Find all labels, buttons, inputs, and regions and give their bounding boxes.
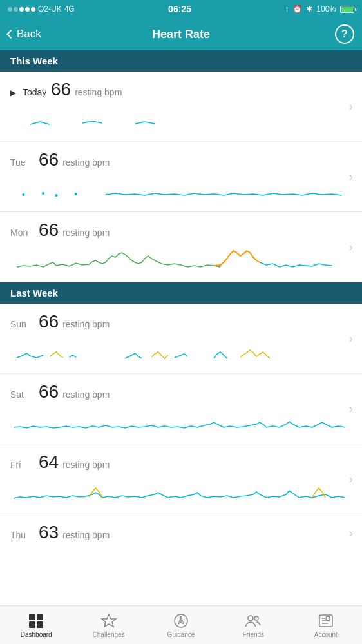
dot3 xyxy=(19,7,24,12)
dot2 xyxy=(14,7,18,12)
section-this-week-label: This Week xyxy=(10,55,58,66)
bpm-label-sat: resting bpm xyxy=(62,389,110,400)
section-header-last-week: Last Week xyxy=(0,282,362,304)
status-bar: O2-UK 4G 06:25 ↑ ⏰ ✱ 100% xyxy=(0,0,362,18)
section-last-week-label: Last Week xyxy=(10,288,58,298)
alarm-icon: ⏰ xyxy=(292,5,302,14)
svg-point-12 xyxy=(248,616,253,621)
day-info-tue: Tue 66 resting bpm xyxy=(10,150,352,170)
friends-icon xyxy=(245,612,262,629)
location-icon: ↑ xyxy=(285,5,289,14)
bpm-label-today: resting bpm xyxy=(75,87,122,97)
day-label-fri: Fri xyxy=(10,460,35,470)
bpm-label-thu: resting bpm xyxy=(62,530,110,540)
day-label-sat: Sat xyxy=(10,389,35,400)
back-chevron-icon xyxy=(6,30,15,39)
network-label: 4G xyxy=(64,5,75,14)
tab-bar: Dashboard Challenges Guidance xyxy=(0,605,362,644)
day-row-mon[interactable]: Mon 66 resting bpm › xyxy=(0,212,362,282)
svg-rect-7 xyxy=(37,621,43,628)
signal-dots xyxy=(8,7,35,12)
day-label-sun: Sun xyxy=(10,319,35,329)
chevron-right-thu: › xyxy=(349,527,353,540)
tab-friends[interactable]: Friends xyxy=(217,609,289,642)
chart-tue xyxy=(10,174,352,206)
tab-dashboard[interactable]: Dashboard xyxy=(0,609,72,642)
day-info-sun: Sun 66 resting bpm xyxy=(10,311,352,332)
carrier-label: O2-UK xyxy=(38,5,62,14)
bpm-label-sun: resting bpm xyxy=(62,319,110,329)
status-time: 06:25 xyxy=(168,4,191,14)
battery-fill xyxy=(341,7,353,12)
battery-icon xyxy=(340,6,354,13)
chevron-right-mon: › xyxy=(349,240,353,254)
chevron-right-today: › xyxy=(349,100,353,113)
day-info-thu: Thu 63 resting bpm xyxy=(10,522,352,543)
bpm-value-sat: 66 xyxy=(39,382,59,402)
chevron-right-tue: › xyxy=(349,170,353,184)
day-label-mon: Mon xyxy=(10,228,35,238)
day-row-tue[interactable]: Tue 66 resting bpm › xyxy=(0,142,362,212)
dashboard-icon xyxy=(28,612,44,629)
chart-sat xyxy=(10,406,352,438)
chevron-right-sat: › xyxy=(349,402,353,416)
bpm-value-sun: 66 xyxy=(39,311,59,332)
dot5 xyxy=(31,7,35,12)
tab-guidance[interactable]: Guidance xyxy=(145,609,217,642)
tab-account[interactable]: Account xyxy=(290,609,362,642)
chevron-right-fri: › xyxy=(349,473,353,486)
tab-account-label: Account xyxy=(314,631,338,638)
app-header: Back Heart Rate ? xyxy=(0,18,362,50)
bpm-value-tue: 66 xyxy=(39,150,59,170)
bluetooth-icon: ✱ xyxy=(306,5,312,14)
today-indicator: ▶ xyxy=(10,88,16,97)
chevron-right-sun: › xyxy=(349,332,353,346)
svg-rect-4 xyxy=(29,614,35,620)
day-info-mon: Mon 66 resting bpm xyxy=(10,220,352,240)
svg-rect-6 xyxy=(29,621,35,628)
help-button[interactable]: ? xyxy=(335,24,354,44)
tab-guidance-label: Guidance xyxy=(167,631,195,638)
back-label: Back xyxy=(17,28,41,41)
bpm-label-fri: resting bpm xyxy=(62,460,110,470)
dot4 xyxy=(25,7,30,12)
svg-point-2 xyxy=(55,194,57,197)
day-row-fri[interactable]: Fri 64 resting bpm › xyxy=(0,444,362,514)
svg-marker-8 xyxy=(102,614,116,627)
tab-challenges-label: Challenges xyxy=(93,631,125,638)
day-row-sun[interactable]: Sun 66 resting bpm › xyxy=(0,304,362,374)
svg-point-3 xyxy=(75,193,77,195)
back-button[interactable]: Back xyxy=(8,28,41,41)
svg-rect-5 xyxy=(37,614,43,620)
bpm-value-thu: 63 xyxy=(39,522,59,543)
chart-mon xyxy=(10,244,352,277)
main-content: This Week ▶ Today 66 resting bpm › Tue 6… xyxy=(0,50,362,594)
chart-today xyxy=(10,104,352,136)
day-label-thu: Thu xyxy=(10,530,35,540)
day-label-tue: Tue xyxy=(10,157,35,168)
challenges-icon xyxy=(100,612,117,629)
tab-friends-label: Friends xyxy=(243,631,264,638)
tab-challenges[interactable]: Challenges xyxy=(72,609,144,642)
day-row-sat[interactable]: Sat 66 resting bpm › xyxy=(0,374,362,444)
svg-point-18 xyxy=(326,616,330,620)
dot1 xyxy=(8,7,12,12)
bpm-value-fri: 64 xyxy=(39,452,59,473)
chart-sun xyxy=(10,336,352,368)
page-title: Heart Rate xyxy=(152,28,210,41)
svg-point-0 xyxy=(22,193,24,196)
day-label-today: Today xyxy=(23,87,47,97)
bpm-label-mon: resting bpm xyxy=(62,228,110,238)
battery-label: 100% xyxy=(316,5,336,14)
svg-point-1 xyxy=(42,192,44,195)
section-header-this-week: This Week xyxy=(0,50,362,72)
account-icon xyxy=(318,612,334,629)
day-row-today[interactable]: ▶ Today 66 resting bpm › xyxy=(0,72,362,142)
status-right: ↑ ⏰ ✱ 100% xyxy=(285,5,354,14)
day-info-fri: Fri 64 resting bpm xyxy=(10,452,352,473)
day-row-thu[interactable]: Thu 63 resting bpm › xyxy=(0,514,362,552)
bpm-label-tue: resting bpm xyxy=(62,157,110,168)
chart-fri xyxy=(10,476,352,509)
status-left: O2-UK 4G xyxy=(8,5,75,14)
day-info-sat: Sat 66 resting bpm xyxy=(10,382,352,402)
